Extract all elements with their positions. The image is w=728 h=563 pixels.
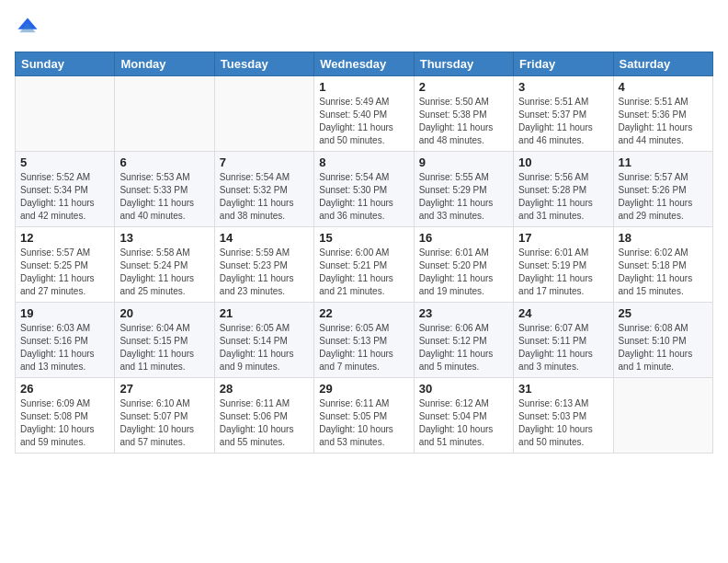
day-info-12: Sunrise: 5:57 AMSunset: 5:25 PMDaylight:…: [20, 247, 109, 298]
day-cell-3: 3Sunrise: 5:51 AMSunset: 5:37 PMDaylight…: [514, 76, 613, 152]
empty-cell: [16, 76, 115, 152]
day-number-20: 20: [119, 306, 209, 320]
week-row-3: 12Sunrise: 5:57 AMSunset: 5:25 PMDayligh…: [16, 227, 713, 303]
day-info-30: Sunrise: 6:12 AMSunset: 5:04 PMDaylight:…: [419, 397, 508, 449]
day-cell-19: 19Sunrise: 6:03 AMSunset: 5:16 PMDayligh…: [16, 303, 115, 378]
day-info-27: Sunrise: 6:10 AMSunset: 5:07 PMDaylight:…: [119, 397, 209, 449]
day-cell-4: 4Sunrise: 5:51 AMSunset: 5:36 PMDaylight…: [613, 76, 712, 152]
day-cell-2: 2Sunrise: 5:50 AMSunset: 5:38 PMDaylight…: [414, 76, 513, 152]
week-row-1: 1Sunrise: 5:49 AMSunset: 5:40 PMDaylight…: [16, 76, 713, 152]
day-number-7: 7: [220, 155, 309, 169]
day-number-16: 16: [419, 231, 508, 245]
day-info-28: Sunrise: 6:11 AMSunset: 5:06 PMDaylight:…: [220, 397, 309, 449]
day-number-22: 22: [319, 306, 408, 320]
day-cell-17: 17Sunrise: 6:01 AMSunset: 5:19 PMDayligh…: [514, 227, 613, 303]
day-cell-16: 16Sunrise: 6:01 AMSunset: 5:20 PMDayligh…: [414, 227, 513, 303]
day-number-25: 25: [619, 306, 708, 320]
day-info-19: Sunrise: 6:03 AMSunset: 5:16 PMDaylight:…: [20, 322, 109, 373]
day-info-1: Sunrise: 5:49 AMSunset: 5:40 PMDaylight:…: [319, 96, 408, 147]
weekday-header-sunday: Sunday: [16, 52, 115, 76]
day-info-25: Sunrise: 6:08 AMSunset: 5:10 PMDaylight:…: [619, 322, 708, 373]
calendar-table: SundayMondayTuesdayWednesdayThursdayFrid…: [15, 52, 713, 454]
weekday-header-tuesday: Tuesday: [214, 52, 313, 76]
day-number-26: 26: [20, 382, 109, 396]
day-info-29: Sunrise: 6:11 AMSunset: 5:05 PMDaylight:…: [319, 397, 408, 449]
day-cell-5: 5Sunrise: 5:52 AMSunset: 5:34 PMDaylight…: [16, 152, 115, 227]
day-info-4: Sunrise: 5:51 AMSunset: 5:36 PMDaylight:…: [619, 96, 708, 147]
day-number-17: 17: [518, 231, 608, 245]
day-cell-26: 26Sunrise: 6:09 AMSunset: 5:08 PMDayligh…: [16, 378, 115, 454]
day-info-18: Sunrise: 6:02 AMSunset: 5:18 PMDaylight:…: [619, 247, 708, 298]
day-number-24: 24: [518, 306, 608, 320]
day-info-26: Sunrise: 6:09 AMSunset: 5:08 PMDaylight:…: [20, 397, 109, 449]
empty-cell: [613, 378, 712, 454]
week-row-5: 26Sunrise: 6:09 AMSunset: 5:08 PMDayligh…: [16, 378, 713, 454]
day-info-23: Sunrise: 6:06 AMSunset: 5:12 PMDaylight:…: [419, 322, 508, 373]
day-info-22: Sunrise: 6:05 AMSunset: 5:13 PMDaylight:…: [319, 322, 408, 373]
empty-cell: [115, 76, 214, 152]
day-cell-18: 18Sunrise: 6:02 AMSunset: 5:18 PMDayligh…: [613, 227, 712, 303]
day-cell-14: 14Sunrise: 5:59 AMSunset: 5:23 PMDayligh…: [214, 227, 313, 303]
day-info-7: Sunrise: 5:54 AMSunset: 5:32 PMDaylight:…: [220, 171, 309, 223]
day-cell-8: 8Sunrise: 5:54 AMSunset: 5:30 PMDaylight…: [314, 152, 414, 227]
day-number-3: 3: [518, 80, 608, 94]
day-cell-23: 23Sunrise: 6:06 AMSunset: 5:12 PMDayligh…: [414, 303, 513, 378]
day-info-11: Sunrise: 5:57 AMSunset: 5:26 PMDaylight:…: [619, 171, 708, 223]
day-info-10: Sunrise: 5:56 AMSunset: 5:28 PMDaylight:…: [518, 171, 608, 223]
day-number-23: 23: [419, 306, 508, 320]
day-number-2: 2: [419, 80, 508, 94]
day-number-14: 14: [220, 231, 309, 245]
day-cell-28: 28Sunrise: 6:11 AMSunset: 5:06 PMDayligh…: [214, 378, 313, 454]
logo: [15, 15, 44, 40]
day-number-6: 6: [119, 155, 209, 169]
day-info-2: Sunrise: 5:50 AMSunset: 5:38 PMDaylight:…: [419, 96, 508, 147]
day-cell-7: 7Sunrise: 5:54 AMSunset: 5:32 PMDaylight…: [214, 152, 313, 227]
day-info-3: Sunrise: 5:51 AMSunset: 5:37 PMDaylight:…: [518, 96, 608, 147]
day-number-15: 15: [319, 231, 408, 245]
day-cell-15: 15Sunrise: 6:00 AMSunset: 5:21 PMDayligh…: [314, 227, 414, 303]
day-cell-21: 21Sunrise: 6:05 AMSunset: 5:14 PMDayligh…: [214, 303, 313, 378]
day-number-1: 1: [319, 80, 408, 94]
day-info-24: Sunrise: 6:07 AMSunset: 5:11 PMDaylight:…: [518, 322, 608, 373]
day-number-4: 4: [619, 80, 708, 94]
day-cell-24: 24Sunrise: 6:07 AMSunset: 5:11 PMDayligh…: [514, 303, 613, 378]
day-number-5: 5: [20, 155, 109, 169]
weekday-header-saturday: Saturday: [613, 52, 712, 76]
logo-icon: [15, 15, 40, 40]
day-info-14: Sunrise: 5:59 AMSunset: 5:23 PMDaylight:…: [220, 247, 309, 298]
day-cell-27: 27Sunrise: 6:10 AMSunset: 5:07 PMDayligh…: [115, 378, 214, 454]
day-number-18: 18: [619, 231, 708, 245]
day-info-9: Sunrise: 5:55 AMSunset: 5:29 PMDaylight:…: [419, 171, 508, 223]
empty-cell: [214, 76, 313, 152]
day-number-13: 13: [119, 231, 209, 245]
day-info-13: Sunrise: 5:58 AMSunset: 5:24 PMDaylight:…: [119, 247, 209, 298]
day-cell-13: 13Sunrise: 5:58 AMSunset: 5:24 PMDayligh…: [115, 227, 214, 303]
day-cell-22: 22Sunrise: 6:05 AMSunset: 5:13 PMDayligh…: [314, 303, 414, 378]
day-info-8: Sunrise: 5:54 AMSunset: 5:30 PMDaylight:…: [319, 171, 408, 223]
day-number-12: 12: [20, 231, 109, 245]
weekday-header-thursday: Thursday: [414, 52, 513, 76]
day-number-9: 9: [419, 155, 508, 169]
week-row-4: 19Sunrise: 6:03 AMSunset: 5:16 PMDayligh…: [16, 303, 713, 378]
day-number-19: 19: [20, 306, 109, 320]
day-info-6: Sunrise: 5:53 AMSunset: 5:33 PMDaylight:…: [119, 171, 209, 223]
day-cell-12: 12Sunrise: 5:57 AMSunset: 5:25 PMDayligh…: [16, 227, 115, 303]
day-cell-20: 20Sunrise: 6:04 AMSunset: 5:15 PMDayligh…: [115, 303, 214, 378]
day-number-10: 10: [518, 155, 608, 169]
day-cell-10: 10Sunrise: 5:56 AMSunset: 5:28 PMDayligh…: [514, 152, 613, 227]
day-number-27: 27: [119, 382, 209, 396]
weekday-header-wednesday: Wednesday: [314, 52, 414, 76]
day-info-17: Sunrise: 6:01 AMSunset: 5:19 PMDaylight:…: [518, 247, 608, 298]
day-cell-30: 30Sunrise: 6:12 AMSunset: 5:04 PMDayligh…: [414, 378, 513, 454]
weekday-header-row: SundayMondayTuesdayWednesdayThursdayFrid…: [16, 52, 713, 76]
week-row-2: 5Sunrise: 5:52 AMSunset: 5:34 PMDaylight…: [16, 152, 713, 227]
day-number-29: 29: [319, 382, 408, 396]
day-cell-1: 1Sunrise: 5:49 AMSunset: 5:40 PMDaylight…: [314, 76, 414, 152]
day-cell-25: 25Sunrise: 6:08 AMSunset: 5:10 PMDayligh…: [613, 303, 712, 378]
day-number-11: 11: [619, 155, 708, 169]
page-header: [15, 15, 713, 40]
day-info-20: Sunrise: 6:04 AMSunset: 5:15 PMDaylight:…: [119, 322, 209, 373]
day-number-31: 31: [518, 382, 608, 396]
weekday-header-monday: Monday: [115, 52, 214, 76]
weekday-header-friday: Friday: [514, 52, 613, 76]
